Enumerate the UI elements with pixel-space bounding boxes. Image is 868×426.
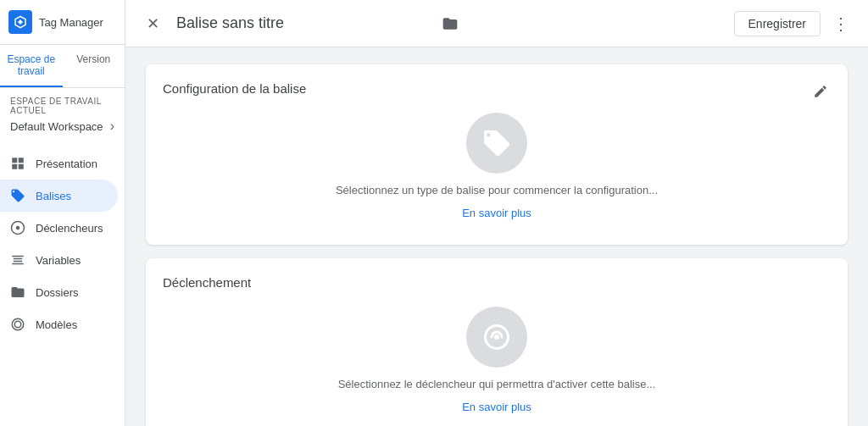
config-card-title: Configuration de la balise [163, 81, 306, 96]
sidebar-item-variables-label: Variables [36, 254, 81, 267]
sidebar-item-variables[interactable]: Variables [0, 244, 118, 276]
trigger-learn-more-link[interactable]: En savoir plus [462, 401, 531, 413]
save-button[interactable]: Enregistrer [734, 11, 821, 36]
sidebar-item-modeles[interactable]: Modèles [0, 308, 118, 340]
sidebar-item-declencheurs-label: Déclencheurs [36, 222, 103, 235]
more-menu-button[interactable]: ⋮ [827, 10, 854, 37]
sidebar-item-dossiers[interactable]: Dossiers [0, 276, 118, 308]
config-hint-text: Sélectionnez un type de balise pour comm… [336, 184, 658, 196]
sidebar-item-presentation[interactable]: Présentation [0, 147, 118, 180]
trigger-placeholder-icon[interactable] [466, 307, 527, 368]
gtm-logo-icon [8, 10, 32, 34]
config-edit-button[interactable] [807, 78, 834, 105]
sidebar: Tag Manager Espace de travail Version ES… [0, 0, 125, 426]
sidebar-item-balises-label: Balises [36, 190, 71, 202]
config-card: Configuration de la balise Sélectionnez … [146, 64, 848, 245]
shape-icon [10, 317, 25, 332]
more-icon: ⋮ [832, 14, 849, 34]
topbar-actions: Enregistrer ⋮ [734, 10, 854, 37]
config-learn-more-link[interactable]: En savoir plus [462, 207, 531, 219]
sidebar-item-modeles-label: Modèles [36, 318, 77, 331]
sidebar-header: Tag Manager [0, 0, 125, 45]
tag-icon [10, 188, 25, 203]
workspace-name-text: Default Workspace [10, 120, 103, 133]
trigger-icon [10, 220, 25, 235]
sidebar-item-balises[interactable]: Balises [0, 180, 118, 212]
trigger-card-body: Sélectionnez le déclencheur qui permettr… [163, 290, 831, 422]
folder-icon[interactable] [442, 15, 459, 32]
workspace-section: ESPACE DE TRAVAIL ACTUEL Default Workspa… [0, 88, 125, 141]
nav-items: Présentation Balises Déclencheurs [0, 141, 125, 426]
main-content: ✕ Balise sans titre Enregistrer ⋮ Config… [125, 0, 868, 426]
trigger-hint-text: Sélectionnez le déclencheur qui permettr… [338, 378, 656, 390]
page-title: Balise sans titre [176, 14, 431, 32]
sidebar-item-dossiers-label: Dossiers [36, 286, 79, 299]
trigger-card-title: Déclenchement [163, 275, 251, 290]
grid-icon [10, 156, 25, 171]
sidebar-tabs: Espace de travail Version [0, 45, 125, 88]
content-area: Configuration de la balise Sélectionnez … [125, 47, 868, 426]
folder-nav-icon [10, 285, 25, 300]
tab-version[interactable]: Version [63, 45, 125, 87]
config-card-body: Sélectionnez un type de balise pour comm… [163, 96, 831, 228]
chevron-right-icon: › [110, 119, 114, 134]
workspace-name-row[interactable]: Default Workspace › [10, 115, 114, 137]
svg-point-3 [494, 335, 499, 340]
svg-point-1 [16, 226, 20, 230]
close-button[interactable]: ✕ [139, 10, 166, 37]
app-title: Tag Manager [39, 16, 103, 29]
sidebar-item-declencheurs[interactable]: Déclencheurs [0, 212, 118, 244]
workspace-section-label: ESPACE DE TRAVAIL ACTUEL [10, 97, 114, 115]
trigger-card: Déclenchement Sélectionnez le déclencheu… [146, 258, 848, 426]
tab-workspace[interactable]: Espace de travail [0, 45, 63, 87]
bar-icon [10, 252, 25, 268]
sidebar-item-presentation-label: Présentation [36, 158, 97, 170]
config-placeholder-icon[interactable] [466, 113, 527, 174]
topbar: ✕ Balise sans titre Enregistrer ⋮ [125, 0, 868, 47]
